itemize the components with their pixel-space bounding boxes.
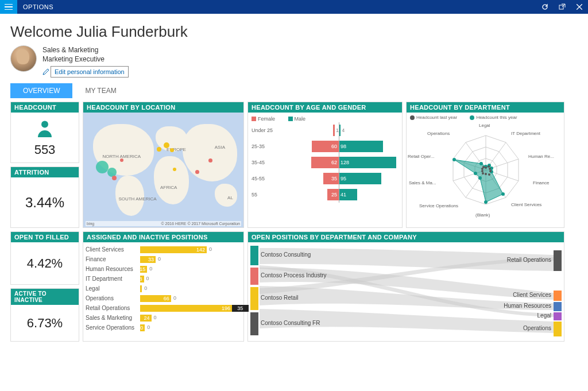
tile-department-radar[interactable]: HEADCOUNT BY DEPARTMENT Headcount last y…	[406, 102, 564, 228]
sankey-node[interactable]	[554, 322, 562, 336]
age-category: 35-45	[252, 160, 279, 165]
sankey-node[interactable]	[250, 287, 258, 310]
map-bubble[interactable]	[208, 158, 212, 162]
svg-point-29	[489, 170, 492, 172]
assigned-row[interactable]: IT Department 8 0	[86, 274, 241, 284]
assigned-name: Service Operations	[86, 324, 140, 331]
map-label-au: AL	[227, 195, 233, 200]
sankey-right-label: Retail Operations	[507, 257, 551, 263]
assigned-name: Legal	[86, 285, 140, 292]
sankey-node[interactable]	[554, 291, 562, 301]
svg-point-24	[452, 158, 456, 161]
sankey-right-label: Operations	[523, 325, 551, 331]
tab-myteam[interactable]: MY TEAM	[72, 83, 129, 98]
map-bubble[interactable]	[157, 147, 161, 152]
assigned-row[interactable]: Human Resources 15 0	[86, 264, 241, 274]
tile-department-title: HEADCOUNT BY DEPARTMENT	[407, 102, 564, 113]
sankey-right-label: Client Services	[513, 292, 551, 298]
profile-role: Marketing Executive	[42, 55, 129, 64]
age-category: Under 25	[252, 127, 279, 133]
titlebar: OPTIONS	[0, 0, 588, 14]
tile-open-positions-sankey[interactable]: OPEN POSITIONS BY DEPARTMENT AND COMPANY…	[247, 231, 564, 342]
avatar[interactable]	[10, 45, 37, 72]
svg-point-28	[489, 168, 491, 170]
assigned-row[interactable]: Legal 4 0	[86, 284, 241, 293]
sankey-node[interactable]	[554, 312, 562, 320]
svg-marker-15	[454, 160, 503, 202]
sankey-left-label: Contoso Consulting	[261, 251, 311, 258]
person-icon	[34, 118, 55, 142]
sankey-node[interactable]	[250, 246, 258, 265]
svg-point-32	[482, 172, 484, 175]
assigned-row[interactable]: Service Operations 10 0	[86, 323, 241, 332]
assigned-row[interactable]: Retail Operations 196 35	[86, 303, 241, 313]
assigned-name: Sales & Marketing	[86, 315, 140, 321]
map-bubble[interactable]	[164, 142, 169, 148]
map-label-sa: SOUTH AMERICA	[118, 196, 156, 202]
assigned-row[interactable]: Finance 33 0	[86, 254, 241, 264]
kpi-open-to-filled[interactable]: OPEN TO FILLED 4.42%	[10, 231, 79, 285]
sankey-node[interactable]	[554, 302, 562, 311]
assigned-name: Finance	[86, 256, 140, 262]
age-gender-row[interactable]: 25-35 60 98	[252, 138, 399, 154]
sankey-node[interactable]	[250, 312, 258, 335]
tile-sankey-title: OPEN POSITIONS BY DEPARTMENT AND COMPANY	[248, 232, 564, 242]
tile-assigned-title: ASSIGNED AND INACTIVE POSITIONS	[83, 232, 243, 242]
assigned-name: Client Services	[86, 246, 140, 253]
kpi-attrition-value: 3.44%	[25, 195, 64, 211]
age-gender-row[interactable]: Under 25 1 4	[252, 122, 399, 138]
map-bubble[interactable]	[170, 148, 174, 152]
tile-assigned-positions[interactable]: ASSIGNED AND INACTIVE POSITIONS Client S…	[83, 231, 244, 342]
svg-point-20	[501, 192, 505, 196]
world-map[interactable]: NORTH AMERICA SOUTH AMERICA AFRICA EUROP…	[83, 113, 243, 227]
age-gender-legend: Female Male	[252, 116, 399, 122]
tile-age-gender[interactable]: HEADCOUNT BY AGE AND GENDER Female Male …	[247, 102, 403, 228]
kpi-headcount-value: 553	[34, 142, 56, 157]
sankey-node[interactable]	[554, 250, 562, 271]
hamburger-icon[interactable]	[0, 0, 17, 14]
svg-point-31	[485, 173, 487, 175]
map-attr-left: bing	[87, 222, 94, 226]
kpi-open-to-filled-value: 4.42%	[27, 256, 63, 271]
kpi-attrition[interactable]: ATTRITION 3.44%	[10, 167, 79, 228]
sankey-node[interactable]	[250, 268, 258, 285]
assigned-name: IT Department	[86, 276, 140, 282]
svg-point-30	[488, 173, 490, 176]
tab-overview[interactable]: OVERVIEW	[10, 83, 72, 98]
tile-location-title: HEADCOUNT BY LOCATION	[83, 102, 243, 113]
kpi-active-to-inactive[interactable]: ACTIVE TO INACTIVE 6.73%	[10, 288, 79, 342]
pencil-icon	[42, 68, 49, 75]
map-label-af: AFRICA	[160, 185, 177, 190]
kpi-headcount-title: HEADCOUNT	[11, 102, 79, 113]
popout-icon[interactable]	[554, 0, 571, 14]
age-category: 25-35	[252, 144, 279, 149]
assigned-name: Human Resources	[86, 266, 140, 272]
refresh-icon[interactable]	[536, 0, 554, 14]
svg-point-27	[488, 165, 490, 168]
age-gender-row[interactable]: 45-55 35 95	[252, 171, 399, 187]
sankey-left-label: Contoso Retail	[261, 295, 299, 301]
age-gender-row[interactable]: 35-45 62 128	[252, 154, 399, 171]
kpi-open-to-filled-title: OPEN TO FILLED	[11, 232, 79, 242]
sankey-left-label: Contoso Consulting FR	[261, 320, 320, 326]
assigned-row[interactable]: Operations 66 0	[86, 293, 241, 303]
tile-location[interactable]: HEADCOUNT BY LOCATION NORTH AMERICA SOUT…	[83, 102, 244, 228]
svg-point-26	[485, 167, 487, 169]
map-bubble[interactable]	[96, 161, 109, 173]
map-attr-right: © 2016 HERE © 2017 Microsoft Corporation	[161, 222, 240, 226]
edit-personal-info-link[interactable]: Edit personal information	[51, 66, 129, 78]
tabs: OVERVIEW MY TEAM	[10, 83, 578, 98]
svg-point-25	[479, 162, 483, 165]
map-bubble[interactable]	[112, 176, 117, 180]
page-title: Welcome Julia Funderburk	[10, 23, 578, 41]
assigned-row[interactable]: Sales & Marketing 24 0	[86, 313, 241, 323]
assigned-row[interactable]: Client Services 142 0	[86, 245, 241, 254]
sankey-right-label: Legal	[537, 312, 551, 319]
kpi-headcount[interactable]: HEADCOUNT 553	[10, 102, 79, 163]
assigned-name: Retail Operations	[86, 305, 140, 311]
age-gender-row[interactable]: 55 25 41	[252, 187, 399, 203]
close-icon[interactable]	[571, 0, 588, 14]
titlebar-label: OPTIONS	[17, 3, 53, 10]
sankey-right-label: Human Resources	[504, 303, 551, 309]
sankey-left-label: Contoso Process Industry	[261, 272, 327, 278]
